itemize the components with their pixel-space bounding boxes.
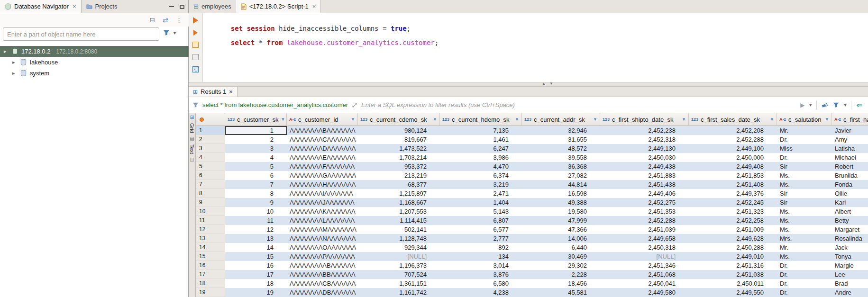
grid-cell[interactable]: 2,449,130 [600, 144, 689, 153]
output-console-icon[interactable]: ›_ [192, 66, 199, 72]
grid-cell[interactable]: 2,452,275 [600, 198, 689, 207]
column-sort-icon[interactable]: ▼ [825, 117, 829, 122]
grid-cell[interactable]: 2,451,009 [689, 225, 777, 234]
value-view-icon[interactable]: ◫ [190, 157, 194, 162]
grid-cell[interactable]: 45,581 [522, 288, 600, 297]
grid-cell[interactable]: Ms. [777, 252, 832, 261]
row-number[interactable]: 5 [196, 162, 225, 171]
maximize-panel-icon[interactable] [180, 5, 184, 9]
grid-cell[interactable]: AAAAAAAAGAAAAAAA [287, 171, 358, 180]
grid-cell[interactable]: 980,124 [358, 126, 440, 135]
grid-cell[interactable]: 213,219 [358, 171, 440, 180]
grid-cell[interactable]: 1,473,522 [358, 144, 440, 153]
grid-cell[interactable]: 2,450,000 [689, 153, 777, 162]
grid-cell[interactable]: AAAAAAAAIAAAAAAA [287, 189, 358, 198]
record-mode-icon[interactable] [200, 117, 204, 122]
grid-cell[interactable]: 2,450,041 [600, 279, 689, 288]
collapse-panel-icon[interactable]: ⇐ [856, 101, 862, 109]
close-icon[interactable]: × [312, 3, 316, 10]
grid-cell[interactable]: Sir [777, 162, 832, 171]
grid-cell[interactable]: Dr. [777, 279, 832, 288]
grid-cell[interactable]: 7 [225, 180, 287, 189]
grid-cell[interactable]: Ms. [777, 216, 832, 225]
grid-cell[interactable]: 2,452,318 [600, 135, 689, 144]
grid-cell[interactable]: 892 [440, 243, 522, 252]
grid-cell[interactable]: 9 [225, 198, 287, 207]
grid-cell[interactable]: 2,449,550 [689, 288, 777, 297]
grid-cell[interactable]: Betty [832, 216, 868, 225]
grid-cell[interactable]: 36,368 [522, 162, 600, 171]
grid-cell[interactable]: 819,667 [358, 135, 440, 144]
row-number[interactable]: 7 [196, 180, 225, 189]
grid-cell[interactable]: 2,449,408 [689, 162, 777, 171]
grid-cell[interactable]: AAAAAAAABAAAAAAA [287, 126, 358, 135]
grid-cell[interactable]: 13 [225, 234, 287, 243]
grid-cell[interactable]: 48,572 [522, 144, 600, 153]
grid-cell[interactable]: 953,372 [358, 162, 440, 171]
tree-item-connection[interactable]: ▸ 172.18.0.2 172.18.0.2:8080 [0, 46, 189, 57]
execute-script-icon[interactable] [193, 30, 198, 36]
statement-settings-icon[interactable] [192, 54, 199, 60]
grid-cell[interactable]: Ms. [777, 225, 832, 234]
grid-cell[interactable]: Margaret [832, 225, 868, 234]
grid-cell[interactable]: 39,558 [522, 153, 600, 162]
grid-cell[interactable]: 4,238 [440, 288, 522, 297]
link-with-editor-icon[interactable]: ⇄ [163, 17, 168, 23]
grid-cell[interactable]: 2,450,288 [689, 243, 777, 252]
grid-cell[interactable]: Latisha [832, 144, 868, 153]
grid-cell[interactable]: 2,451,353 [600, 207, 689, 216]
side-tab-grid[interactable]: Grid [189, 123, 195, 133]
grid-cell[interactable]: 44,814 [522, 180, 600, 189]
tab-database-navigator[interactable]: Database Navigator × [0, 0, 82, 13]
grid-cell[interactable]: 1,114,415 [358, 216, 440, 225]
grid-cell[interactable]: AAAAAAAAPAAAAAAA [287, 252, 358, 261]
grid-cell[interactable]: 2,449,658 [600, 234, 689, 243]
grid-cell[interactable]: 134 [440, 252, 522, 261]
row-number[interactable]: 4 [196, 153, 225, 162]
column-header-c_customer_sk[interactable]: 123c_customer_sk▼ [225, 113, 287, 126]
row-number[interactable]: 16 [196, 261, 225, 270]
grid-cell[interactable]: AAAAAAAALAAAAAAA [287, 216, 358, 225]
grid-cell[interactable]: 32,946 [522, 126, 600, 135]
grid-cell[interactable]: 6,580 [440, 279, 522, 288]
grid-cell[interactable]: 6,440 [522, 243, 600, 252]
row-number[interactable]: 8 [196, 189, 225, 198]
row-number[interactable]: 19 [196, 288, 225, 297]
grid-cell[interactable]: Lee [832, 270, 868, 279]
grid-cell[interactable]: 31,655 [522, 135, 600, 144]
grid-cell[interactable]: 2,451,346 [600, 261, 689, 270]
grid-cell[interactable]: Dr. [777, 270, 832, 279]
expand-arrow-icon[interactable]: ▸ [12, 59, 17, 65]
tree-item-lakehouse[interactable]: ▸ lakehouse [0, 57, 189, 68]
sash-up-icon[interactable]: ▲ [542, 81, 546, 86]
column-sort-icon[interactable]: ▼ [515, 117, 519, 122]
grid-cell[interactable]: 18 [225, 279, 287, 288]
grid-cell[interactable]: 1,168,667 [358, 198, 440, 207]
grid-cell[interactable]: Ms. [777, 171, 832, 180]
grid-cell[interactable]: 2,451,323 [689, 207, 777, 216]
grid-cell[interactable]: 68,377 [358, 180, 440, 189]
grid-cell[interactable]: 2,450,030 [600, 153, 689, 162]
grid-cell[interactable]: 11 [225, 216, 287, 225]
grid-cell[interactable]: AAAAAAAAEAAAAAAA [287, 153, 358, 162]
close-icon[interactable]: × [73, 3, 76, 10]
grid-cell[interactable]: 16 [225, 261, 287, 270]
grid-cell[interactable]: Javier [832, 126, 868, 135]
grid-cell[interactable]: Ms. [777, 180, 832, 189]
grid-cell[interactable]: Michael [832, 153, 868, 162]
grid-cell[interactable]: 2,449,628 [689, 234, 777, 243]
row-number[interactable]: 11 [196, 216, 225, 225]
grid-cell[interactable]: 502,141 [358, 225, 440, 234]
filter-input-placeholder[interactable]: Enter a SQL expression to filter results… [361, 101, 515, 108]
grid-cell[interactable]: 47,366 [522, 225, 600, 234]
row-number[interactable]: 9 [196, 198, 225, 207]
grid-cell[interactable]: 17 [225, 270, 287, 279]
grid-cell[interactable]: AAAAAAAANAAAAAAA [287, 234, 358, 243]
grid-cell[interactable]: 2,449,438 [600, 162, 689, 171]
grid-cell[interactable]: AAAAAAAAKAAAAAAA [287, 207, 358, 216]
grid-cell[interactable]: 5,143 [440, 207, 522, 216]
grid-cell[interactable]: AAAAAAAACAAAAAAA [287, 135, 358, 144]
row-number[interactable]: 18 [196, 279, 225, 288]
grid-cell[interactable]: AAAAAAAAHAAAAAAA [287, 180, 358, 189]
grid-cell[interactable]: 2,451,068 [600, 270, 689, 279]
